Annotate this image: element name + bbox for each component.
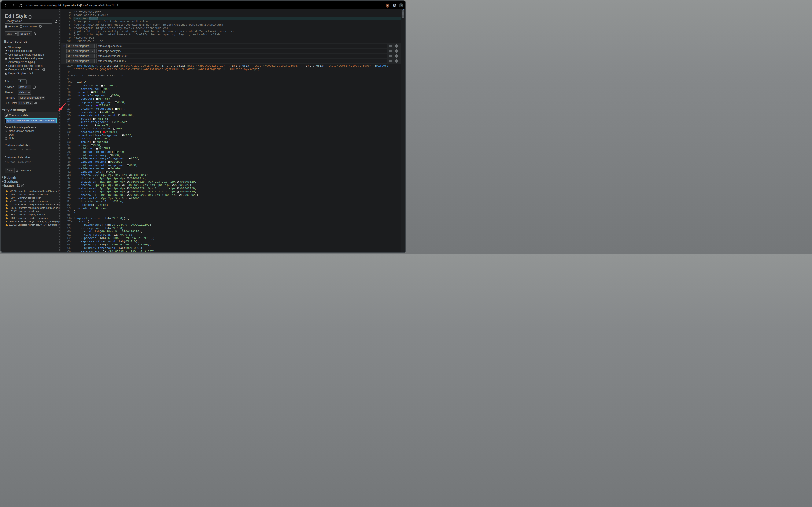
- svg-text:S: S: [400, 4, 402, 7]
